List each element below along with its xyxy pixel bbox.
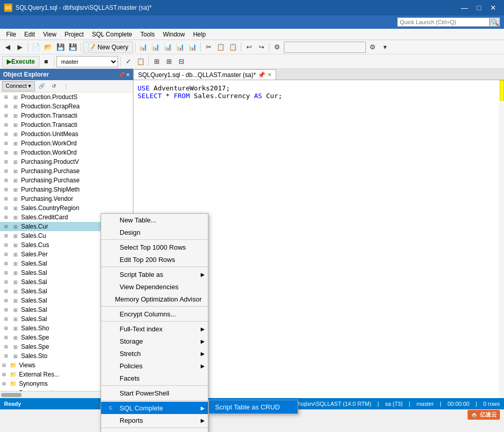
forward-button[interactable]: ▶ [14,42,26,53]
stop-button[interactable]: ■ [41,56,52,67]
debug-button[interactable]: ⚙ [272,42,283,53]
ctx-new-table[interactable]: New Table... [101,214,208,226]
ctx-reports[interactable]: Reports [101,414,208,426]
connect-button[interactable]: Connect ▾ [2,81,35,91]
ctx-label: Design [120,229,140,236]
menu-file[interactable]: File [2,30,20,39]
ctx-policies[interactable]: Policies [101,360,208,372]
menu-edit[interactable]: Edit [20,30,39,39]
expand-icon: ⊞ [4,215,10,220]
quick-launch-input[interactable] [397,17,490,27]
close-button[interactable]: ✕ [487,2,500,13]
cut-button[interactable]: ✂ [203,42,214,53]
list-item[interactable]: ⊞ ⊞ Sales.CountryRegion [0,203,133,213]
list-item[interactable]: ⊞ ⊞ Production.Transacti [0,120,133,129]
back-button[interactable]: ◀ [2,42,13,53]
expand-icon: ⊞ [4,233,10,238]
ctx-icon [107,362,117,370]
execute-button[interactable]: ▶ Execute [2,56,40,67]
table-icon: ⊞ [11,232,20,239]
ctx-icon: C [107,404,117,412]
search-toolbar-input[interactable] [284,42,366,53]
results-button[interactable]: 📋 [135,56,146,67]
ctx-edit-top[interactable]: Edit Top 200 Rows [101,253,208,266]
query-tab-active[interactable]: SQLQuery1.sql - db...QLLAST.master (sa)*… [133,69,276,80]
menu-window[interactable]: Window [159,30,189,39]
list-item[interactable]: ⊞ ⊞ Production.WorkOrd [0,139,133,148]
ctx-fulltext[interactable]: Full-Text index [101,323,208,335]
oe-pin-button[interactable]: 📌 [119,72,125,78]
copy-button[interactable]: 📋 [215,42,226,53]
menu-help[interactable]: Help [189,30,210,39]
submenu-script-crud[interactable]: Script Table as CRUD [209,400,298,414]
database-selector[interactable]: master AdventureWorks2017 [56,56,118,67]
tb-btn-4[interactable]: 📊 [175,42,186,53]
list-item[interactable]: ⊞ ⊞ Production.WorkOrd [0,148,133,157]
ctx-powershell[interactable]: Start PowerShell [101,387,208,399]
ctx-encrypt[interactable]: Encrypt Columns... [101,308,208,320]
ctx-script-table[interactable]: Script Table as [101,268,208,280]
tb-btn-1[interactable]: 📊 [138,42,149,53]
ctx-view-deps[interactable]: View Dependencies [101,280,208,293]
tab-close-button[interactable]: ✕ [267,72,272,78]
maximize-button[interactable]: □ [472,2,486,13]
ctx-facets[interactable]: Facets [101,372,208,384]
menu-view[interactable]: View [39,30,61,39]
list-item[interactable]: ⊞ ⊞ Purchasing.ShipMeth [0,185,133,194]
table-icon: ⊞ [11,103,20,110]
oe-refresh-button[interactable]: ↺ [48,81,60,92]
ctx-sql-complete[interactable]: C SQL Complete [101,402,208,414]
undo-button[interactable]: ↩ [243,42,255,53]
oe-filter-button[interactable]: 🔗 [36,81,47,92]
status-db: master [416,401,434,407]
oe-more-button[interactable]: ⋮ [61,81,72,92]
menu-tools[interactable]: Tools [136,30,159,39]
menu-sql-complete[interactable]: SQL Complete [88,30,136,39]
ctx-memory-opt[interactable]: Memory Optimization Advisor [101,293,208,305]
ctx-rename[interactable]: Rename [101,429,208,432]
quick-launch-button[interactable]: 🔍 [490,17,500,27]
list-item[interactable]: ⊞ ⊞ Purchasing.Vendor [0,194,133,203]
ctx-select-top[interactable]: Select Top 1000 Rows [101,241,208,253]
table-icon: ⊞ [11,149,20,156]
connect-label: Connect ▾ [6,83,31,89]
table-icon: ⊞ [11,297,20,304]
tb-extra-1[interactable]: ⊞ [151,56,162,67]
list-item[interactable]: ⊞ ⊞ Purchasing.Purchase [0,166,133,176]
list-item[interactable]: ⊞ ⊞ Purchasing.Purchase [0,176,133,185]
minimize-button[interactable]: — [458,2,471,13]
settings-button[interactable]: ⚙ [367,42,378,53]
list-item[interactable]: ⊞ ⊞ Production.Transacti [0,111,133,120]
paste-button[interactable]: 📋 [227,42,239,53]
ctx-storage[interactable]: Storage [101,335,208,347]
table-icon: ⊞ [11,251,20,258]
menu-project[interactable]: Project [61,30,88,39]
list-item[interactable]: ⊞ ⊞ Purchasing.ProductV [0,157,133,166]
tb-extra-2[interactable]: ⊞ [163,56,175,67]
new-query-button[interactable]: 📝 New Query [83,42,133,53]
new-file-button[interactable]: 📄 [30,42,42,53]
tb-btn-3[interactable]: 📊 [162,42,173,53]
list-item[interactable]: ⊞ ⊞ Production.ScrapRea [0,102,133,111]
save-all-button[interactable]: 💾 [67,42,79,53]
object-explorer-toolbar: Connect ▾ 🔗 ↺ ⋮ [0,80,133,92]
tb-btn-2[interactable]: 📊 [150,42,161,53]
toolbar-menu-button[interactable]: ▾ [379,42,391,53]
tb-extra-3[interactable]: ⊟ [176,56,187,67]
table-icon: ⊞ [11,315,20,323]
ctx-stretch[interactable]: Stretch [101,347,208,360]
list-item[interactable]: ⊞ ⊞ Production.UnitMeas [0,129,133,139]
save-button[interactable]: 💾 [55,42,66,53]
folder-icon: 📁 [9,362,17,369]
redo-button[interactable]: ↪ [256,42,267,53]
status-separator: | [440,401,441,407]
oe-close-button[interactable]: ✕ [126,72,130,78]
ctx-design[interactable]: Design [101,226,208,238]
tb-btn-5[interactable]: 📊 [187,42,198,53]
scrollbar-thumb[interactable] [1,393,22,397]
list-item[interactable]: ⊞ ⊞ Production.ProductS [0,92,133,102]
expand-icon: ⊞ [4,168,10,174]
parse-button[interactable]: ✓ [123,56,134,67]
open-button[interactable]: 📂 [43,42,54,53]
ctx-icon [107,374,117,382]
